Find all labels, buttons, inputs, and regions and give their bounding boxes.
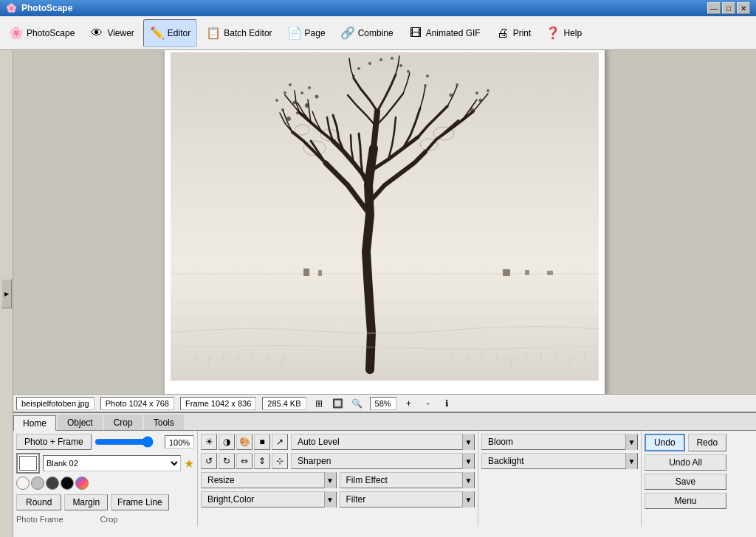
zoom-in-icon[interactable]: + xyxy=(402,397,416,410)
svg-point-14 xyxy=(308,86,311,89)
undo-button[interactable]: Undo xyxy=(645,434,685,451)
editor-icon: ✏️ xyxy=(150,26,165,41)
svg-point-28 xyxy=(426,75,429,77)
color-multi-btn[interactable] xyxy=(75,477,89,490)
zoom-actual-icon[interactable]: 🔍 xyxy=(351,397,364,410)
photo-frame-section-label: Photo Frame xyxy=(16,515,63,524)
menu-label-page: Page xyxy=(305,28,326,38)
menu-item-page[interactable]: 📄 Page xyxy=(281,19,331,47)
rotate-left-icon-btn[interactable]: ↺ xyxy=(201,453,217,469)
color-gray-btn[interactable] xyxy=(31,477,44,490)
redo-button[interactable]: Redo xyxy=(688,434,727,451)
resize-dropdown[interactable]: Resize ▼ xyxy=(201,472,337,488)
menu-item-help[interactable]: ❓ Help xyxy=(540,19,588,47)
title-bar-left: 🌸 PhotoScape xyxy=(6,3,72,13)
color-swatch[interactable] xyxy=(16,453,40,474)
rotate-right-icon-btn[interactable]: ↻ xyxy=(219,453,235,469)
svg-point-13 xyxy=(300,91,303,94)
menu-item-batch[interactable]: 📋 Batch Editor xyxy=(200,19,278,47)
menu-label-combine: Combine xyxy=(358,28,394,38)
zoom-display: 58% xyxy=(370,397,396,410)
backlight-arrow: ▼ xyxy=(625,453,637,469)
svg-point-30 xyxy=(357,67,360,70)
bloom-dropdown[interactable]: Bloom ▼ xyxy=(481,434,638,450)
backlight-dropdown[interactable]: Backlight ▼ xyxy=(481,453,638,469)
color-black-btn[interactable] xyxy=(61,477,74,490)
pixel-info-icon[interactable]: ⊞ xyxy=(312,397,326,410)
menu-button[interactable]: Menu xyxy=(645,493,726,509)
gif-icon: 🎞 xyxy=(408,26,423,41)
menu-item-gif[interactable]: 🎞 Animated GIF xyxy=(402,19,487,47)
menu-item-photoscape[interactable]: 🌸 PhotoScape xyxy=(3,19,80,47)
photo-frame-row: Photo + Frame 100% xyxy=(16,434,194,450)
save-button[interactable]: Save xyxy=(645,474,726,490)
status-bar: beispielfotoben.jpg Photo 1024 x 768 Fra… xyxy=(13,394,756,412)
color-dark-btn[interactable] xyxy=(46,477,59,490)
filter-arrow: ▼ xyxy=(462,491,474,507)
zoom-out-icon[interactable]: - xyxy=(422,397,435,410)
opacity-slider[interactable] xyxy=(94,437,154,447)
resize-arrow: ▼ xyxy=(324,472,336,488)
menu-item-viewer[interactable]: 👁 Viewer xyxy=(83,19,140,47)
slider-container xyxy=(94,437,162,447)
color-icon-btn[interactable]: 🎨 xyxy=(236,434,252,450)
tab-home[interactable]: Home xyxy=(13,415,56,431)
undo-redo-row: Undo Redo xyxy=(645,434,726,451)
svg-rect-58 xyxy=(171,381,599,392)
middle-tools-section: ☀ ◑ 🎨 ■ ↗ Auto Level ▼ xyxy=(198,431,478,527)
contrast-icon-btn[interactable]: ◑ xyxy=(219,434,235,450)
info-icon[interactable]: ℹ xyxy=(441,397,454,410)
adjust-icon-btn[interactable]: ⊹ xyxy=(272,453,288,469)
photo-frame-button[interactable]: Photo + Frame xyxy=(16,434,92,450)
canvas-area: beispielfotoben.jpg Photo 1024 x 768 Fra… xyxy=(13,50,756,537)
filename-display: beispielfotoben.jpg xyxy=(16,397,94,410)
bright-color-dropdown[interactable]: Bright,Color ▼ xyxy=(201,491,337,507)
icon-row-1: ☀ ◑ 🎨 ■ ↗ xyxy=(201,434,288,450)
svg-point-24 xyxy=(475,91,478,94)
brightness-icon-btn[interactable]: ☀ xyxy=(201,434,217,450)
bloom-row: Bloom ▼ xyxy=(481,434,638,450)
svg-point-17 xyxy=(296,111,299,114)
tabs-row: Home Object Crop Tools xyxy=(13,413,756,431)
menu-bar: 🌸 PhotoScape 👁 Viewer ✏️ Editor 📋 Batch … xyxy=(0,16,756,50)
curve-icon-btn[interactable]: ↗ xyxy=(272,434,288,450)
svg-point-33 xyxy=(391,57,394,60)
color-white-btn[interactable] xyxy=(16,477,30,490)
favorite-button[interactable]: ★ xyxy=(184,457,194,471)
tab-crop[interactable]: Crop xyxy=(104,415,142,430)
svg-point-25 xyxy=(450,94,453,97)
close-button[interactable]: ✕ xyxy=(737,2,750,14)
menu-label-photoscape: PhotoScape xyxy=(27,28,75,38)
maximize-button[interactable]: □ xyxy=(722,2,735,14)
svg-rect-8 xyxy=(525,270,529,275)
canvas-container xyxy=(13,50,756,394)
margin-button[interactable]: Margin xyxy=(64,494,108,510)
undo-all-button[interactable]: Undo All xyxy=(645,454,726,471)
filter-dropdown[interactable]: Filter ▼ xyxy=(340,491,475,507)
page-icon: 📄 xyxy=(287,26,302,41)
svg-point-29 xyxy=(352,75,355,77)
color-btn-row xyxy=(16,477,89,490)
tab-tools[interactable]: Tools xyxy=(144,415,184,430)
zoom-fit-icon[interactable]: 🔲 xyxy=(331,397,345,410)
tab-object[interactable]: Object xyxy=(58,415,103,430)
auto-level-dropdown[interactable]: Auto Level ▼ xyxy=(291,434,475,450)
preset-select[interactable]: Blank 02 xyxy=(43,455,181,471)
flip-h-icon-btn[interactable]: ⇔ xyxy=(236,453,252,469)
flip-v-icon-btn[interactable]: ⇕ xyxy=(254,453,270,469)
film-effect-dropdown[interactable]: Film Effect ▼ xyxy=(340,472,475,488)
combine-icon: 🔗 xyxy=(340,26,355,41)
auto-level-label: Auto Level xyxy=(292,437,462,447)
menu-item-editor[interactable]: ✏️ Editor xyxy=(143,19,197,47)
frame-line-button[interactable]: Frame Line xyxy=(111,494,169,510)
menu-item-print[interactable]: 🖨 Print xyxy=(489,19,537,47)
minimize-button[interactable]: — xyxy=(707,2,721,14)
collapse-button[interactable]: ▶ xyxy=(1,279,12,308)
svg-rect-9 xyxy=(547,271,553,275)
dark-icon-btn[interactable]: ■ xyxy=(254,434,270,450)
round-button[interactable]: Round xyxy=(16,494,61,510)
right-effects-section: Bloom ▼ Backlight ▼ xyxy=(478,431,641,527)
menu-item-combine[interactable]: 🔗 Combine xyxy=(334,19,399,47)
sharpen-dropdown[interactable]: Sharpen ▼ xyxy=(291,453,475,469)
sharpen-label: Sharpen xyxy=(292,456,462,466)
